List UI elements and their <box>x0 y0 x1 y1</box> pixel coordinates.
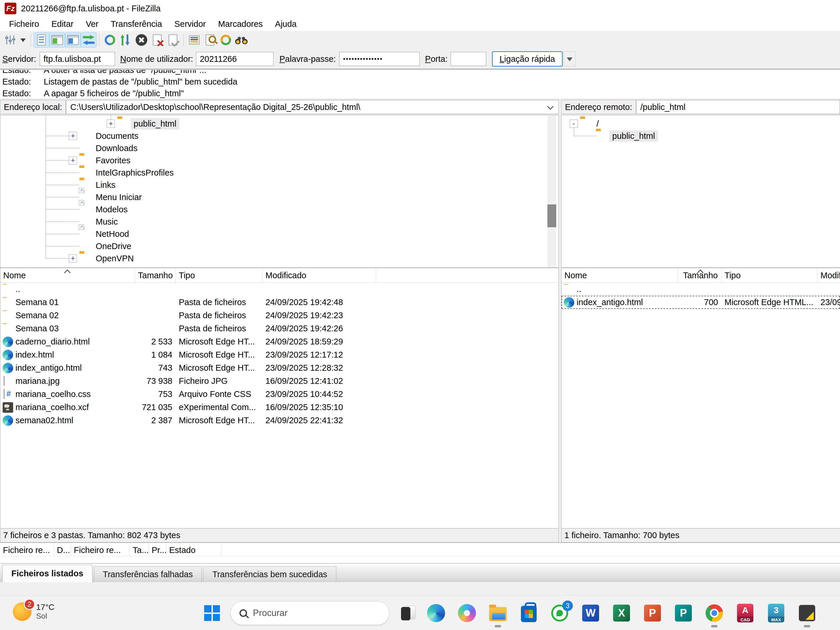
server-input[interactable]: ftp.fa.ulisboa.pt <box>39 52 115 66</box>
filename-filters-button[interactable] <box>186 32 202 47</box>
tree-expander[interactable]: - <box>570 120 578 128</box>
synchronized-browsing-button[interactable] <box>218 32 234 47</box>
refresh-button[interactable] <box>102 32 118 47</box>
tree-expander[interactable]: + <box>69 156 77 164</box>
file-row-index-antigo-remote[interactable]: index_antigo.html 700 Microsoft Edge HTM… <box>562 296 840 309</box>
taskbar-search[interactable]: Procurar <box>231 601 389 625</box>
tree-item-openvpn[interactable]: + OpenVPN <box>0 252 137 265</box>
taskbar-copilot-icon[interactable] <box>457 603 477 623</box>
column-header-tipo[interactable]: Tipo <box>176 268 262 282</box>
menu-ver[interactable]: Ver <box>80 19 105 29</box>
menu-marcadores[interactable]: Marcadores <box>212 19 269 29</box>
tree-expander[interactable]: + <box>69 132 77 140</box>
file-row-semana02[interactable]: Semana 02 Pasta de ficheiros 24/09/2025 … <box>0 309 559 322</box>
column-header-modificado[interactable]: Modif <box>818 268 840 282</box>
weather-widget[interactable]: 2 17°C Sol <box>13 602 55 621</box>
file-row-index[interactable]: index.html 1 084 Microsoft Edge HT... 23… <box>0 348 559 362</box>
column-header-nome[interactable]: Nome <box>562 268 678 282</box>
tree-item-music[interactable]: Music <box>0 216 121 228</box>
queue-column-ficheiro-remoto[interactable]: Ficheiro re... <box>71 543 130 556</box>
quickconnect-dropdown-button[interactable] <box>564 51 576 66</box>
tab-ficheiros-listados[interactable]: Ficheiros listados <box>2 565 92 582</box>
taskbar-file-explorer-icon[interactable] <box>488 603 507 623</box>
taskbar-edge-icon[interactable] <box>426 603 446 623</box>
tree-item-favorites[interactable]: + Favorites <box>0 154 133 167</box>
site-manager-dropdown-button[interactable] <box>18 32 28 47</box>
local-tree-scrollbar[interactable] <box>548 115 556 267</box>
file-row-semana03[interactable]: Semana 03 Pasta de ficheiros 24/09/2025 … <box>0 322 559 335</box>
queue-column-prioridade[interactable]: Pr... <box>149 543 166 556</box>
file-row-index-antigo[interactable]: index_antigo.html 743 Microsoft Edge HT.… <box>0 362 559 374</box>
tree-item-public-html-remote[interactable]: public_html <box>562 130 658 142</box>
tree-item-links[interactable]: Links <box>0 179 118 191</box>
remove-successful-transfers-button[interactable] <box>165 32 181 47</box>
menu-editar[interactable]: Editar <box>45 19 80 29</box>
start-button[interactable] <box>204 605 220 621</box>
file-row-caderno-diario[interactable]: caderno_diario.html 2 533 Microsoft Edge… <box>0 335 559 348</box>
taskbar-3ds-max-icon[interactable]: 3MAX <box>766 603 786 623</box>
password-input[interactable]: •••••••••••••• <box>339 52 420 66</box>
site-manager-button[interactable] <box>2 32 18 47</box>
remove-failed-transfers-button[interactable] <box>149 32 165 47</box>
quickconnect-button[interactable]: Ligação rápida <box>492 51 563 66</box>
notification-badge: 3 <box>562 600 573 611</box>
local-tree-toggle-button[interactable] <box>49 32 65 47</box>
file-row-parent[interactable]: .. <box>0 283 559 296</box>
taskbar-word-icon[interactable]: W <box>581 603 600 623</box>
tab-transferencias-bem-sucedidas[interactable]: Transferências bem sucedidas <box>203 567 336 582</box>
taskbar-chrome-icon[interactable] <box>705 603 724 623</box>
transfer-queue-toggle-button[interactable] <box>81 32 96 47</box>
file-row-mariana-coelho-xcf[interactable]: mariana_coelho.xcf 721 035 eXperimental … <box>0 401 559 414</box>
cancel-operation-button[interactable] <box>134 32 149 47</box>
taskbar-powerpoint-icon[interactable]: P <box>643 603 662 623</box>
tree-item-root[interactable]: - / <box>562 118 602 130</box>
process-queue-button[interactable] <box>118 32 134 47</box>
tree-expander[interactable]: + <box>107 120 115 128</box>
tree-item-onedrive[interactable]: OneDrive <box>0 240 134 252</box>
tree-item-nethood[interactable]: NetHood <box>0 228 132 240</box>
taskbar-whatsapp-icon[interactable]: 3 <box>550 603 569 623</box>
remote-address-combo[interactable]: /public_html <box>636 100 840 114</box>
task-view-button[interactable] <box>400 605 417 622</box>
file-row-mariana-jpg[interactable]: mariana.jpg 73 938 Ficheiro JPG 16/09/20… <box>0 374 559 388</box>
taskbar-autocad-icon[interactable]: ACAD <box>736 603 755 623</box>
column-header-modificado[interactable]: Modificado <box>262 268 376 282</box>
tree-item-label: public_html <box>609 130 658 142</box>
column-header-tipo[interactable]: Tipo <box>722 268 818 282</box>
local-status-bar: 7 ficheiros e 3 pastas. Tamanho: 802 473… <box>0 529 559 543</box>
queue-column-ficheiro-local[interactable]: Ficheiro re... <box>0 543 54 556</box>
menu-transferencia[interactable]: Transferência <box>104 19 168 29</box>
username-input[interactable]: 20211266 <box>196 52 273 66</box>
taskbar-excel-icon[interactable]: X <box>612 603 631 623</box>
menu-ficheiro[interactable]: Ficheiro <box>3 19 45 29</box>
queue-column-tamanho[interactable]: Ta... <box>130 543 149 556</box>
menu-servidor[interactable]: Servidor <box>168 19 212 29</box>
file-search-button[interactable] <box>202 32 218 47</box>
directory-comparison-button[interactable] <box>234 32 249 47</box>
queue-column-direcao[interactable]: D... <box>54 543 71 556</box>
tree-item-public-html[interactable]: + public_html <box>0 118 179 130</box>
scrollbar-thumb[interactable] <box>548 204 556 227</box>
port-input[interactable] <box>451 52 486 66</box>
message-log-toggle-button[interactable] <box>33 32 49 47</box>
tree-item-documents[interactable]: + Documents <box>0 130 142 142</box>
file-row-mariana-coelho-css[interactable]: mariana_coelho.css 753 Arquivo Fonte CSS… <box>0 388 559 401</box>
taskbar-publisher-icon[interactable]: P <box>674 603 693 623</box>
tree-item-downloads[interactable]: Downloads <box>0 142 140 154</box>
remote-tree-toggle-button[interactable] <box>65 32 81 47</box>
tree-expander[interactable]: + <box>69 254 77 262</box>
file-row-semana01[interactable]: Semana 01 Pasta de ficheiros 24/09/2025 … <box>0 296 559 309</box>
queue-column-estado[interactable]: Estado <box>166 543 222 556</box>
local-address-combo[interactable]: C:\Users\Utilizador\Desktop\school\Repre… <box>66 100 559 114</box>
file-row-parent[interactable]: .. <box>562 283 840 296</box>
tree-item-intelgraphicsprofiles[interactable]: IntelGraphicsProfiles <box>0 167 177 179</box>
taskbar-microsoft-store-icon[interactable] <box>519 603 538 623</box>
column-header-tamanho[interactable]: Tamanho <box>135 268 176 282</box>
menu-ajuda[interactable]: Ajuda <box>269 19 303 29</box>
taskbar-unknown-dark-app-icon[interactable] <box>797 603 817 623</box>
tab-transferencias-falhadas[interactable]: Transferências falhadas <box>94 567 202 582</box>
log-row: Estado: A apagar 5 ficheiros de "/public… <box>2 87 840 99</box>
tree-item-modelos[interactable]: Modelos <box>0 203 131 216</box>
file-row-semana02-html[interactable]: semana02.html 2 387 Microsoft Edge HT...… <box>0 414 559 427</box>
tree-item-menu-iniciar[interactable]: Menu Iniciar <box>0 191 145 203</box>
